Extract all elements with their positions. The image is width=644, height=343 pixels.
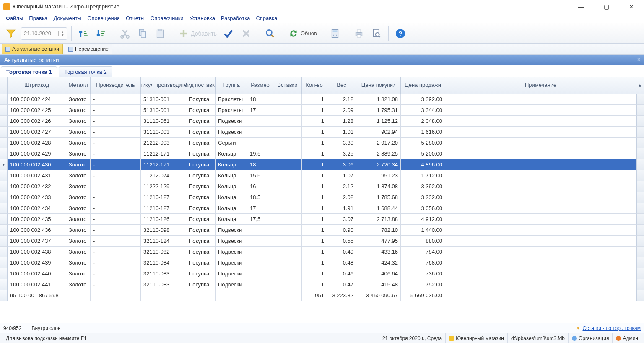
table-cell[interactable] xyxy=(445,279,636,290)
table-cell[interactable]: Покупка xyxy=(186,279,216,290)
table-cell[interactable] xyxy=(247,257,273,268)
table-cell[interactable]: 782.10 xyxy=(356,225,401,236)
search-button[interactable] xyxy=(262,26,278,41)
table-cell[interactable]: 100 000 002 439 xyxy=(8,257,66,268)
table-cell[interactable]: 1 xyxy=(302,116,327,127)
table-cell[interactable]: Кольца xyxy=(216,214,247,225)
table-cell[interactable]: 3 392.00 xyxy=(401,181,445,192)
table-cell[interactable]: 11210-127 xyxy=(141,203,186,214)
table-cell[interactable]: - xyxy=(91,214,141,225)
cut-button[interactable] xyxy=(117,26,132,41)
menu-правка[interactable]: Правка xyxy=(29,15,47,21)
table-cell[interactable] xyxy=(445,181,636,192)
menu-установка[interactable]: Установка xyxy=(190,15,215,21)
menu-справка[interactable]: Справка xyxy=(256,15,277,21)
table-cell[interactable] xyxy=(247,268,273,279)
table-cell[interactable]: - xyxy=(91,94,141,105)
table-cell[interactable]: 1 xyxy=(302,94,327,105)
table-cell[interactable]: - xyxy=(91,116,141,127)
table-cell[interactable]: 100 000 002 424 xyxy=(8,94,66,105)
table-cell[interactable]: 31110-003 xyxy=(141,127,186,138)
table-cell[interactable]: Золото xyxy=(66,105,91,116)
table-cell[interactable]: - xyxy=(91,192,141,203)
table-cell[interactable]: 2 048.00 xyxy=(401,116,445,127)
table-cell[interactable]: 784.00 xyxy=(401,247,445,257)
table-cell[interactable]: Подвески xyxy=(216,116,247,127)
table-cell[interactable]: Подвески xyxy=(216,247,247,257)
table-cell[interactable]: 100 000 002 433 xyxy=(8,192,66,203)
table-cell[interactable]: Золото xyxy=(66,214,91,225)
table-cell[interactable]: Кольца xyxy=(216,148,247,159)
add-button[interactable]: Добавить xyxy=(177,26,218,41)
table-cell[interactable] xyxy=(445,236,636,247)
table-cell[interactable]: 21212-003 xyxy=(141,138,186,148)
column-header[interactable]: Группа xyxy=(216,77,247,94)
table-cell[interactable]: Покупка xyxy=(186,138,216,148)
table-cell[interactable]: 2 720.34 xyxy=(356,159,401,170)
column-header[interactable]: Штрихкод xyxy=(8,77,66,94)
date-picker[interactable]: 21.10.2020 ▲▼ xyxy=(21,27,67,40)
menu-оповещения[interactable]: Оповещения xyxy=(87,15,120,21)
table-cell[interactable]: Подвески xyxy=(216,236,247,247)
table-cell[interactable]: 1 xyxy=(302,247,327,257)
paste-button[interactable] xyxy=(153,26,168,41)
table-cell[interactable]: Браслеты xyxy=(216,105,247,116)
table-cell[interactable]: 11212-171 xyxy=(141,159,186,170)
table-cell[interactable] xyxy=(273,138,302,148)
table-cell[interactable] xyxy=(247,236,273,247)
table-cell[interactable]: 3.30 xyxy=(327,138,356,148)
table-cell[interactable]: - xyxy=(91,225,141,236)
table-cell[interactable]: 100 000 002 431 xyxy=(8,170,66,181)
table-cell[interactable]: Покупка xyxy=(186,159,216,170)
column-header[interactable]: Цена продажи xyxy=(401,77,445,94)
table-cell[interactable]: - xyxy=(91,181,141,192)
table-cell[interactable] xyxy=(273,236,302,247)
table-cell[interactable]: Покупка xyxy=(186,257,216,268)
table-cell[interactable]: 1 xyxy=(302,214,327,225)
table-cell[interactable] xyxy=(445,116,636,127)
table-cell[interactable] xyxy=(445,214,636,225)
table-cell[interactable] xyxy=(273,159,302,170)
table-cell[interactable] xyxy=(445,127,636,138)
table-cell[interactable]: Золото xyxy=(66,159,91,170)
table-cell[interactable] xyxy=(273,279,302,290)
table-cell[interactable]: Золото xyxy=(66,257,91,268)
table-cell[interactable]: 1 xyxy=(302,105,327,116)
table-cell[interactable] xyxy=(445,247,636,257)
table-cell[interactable]: Золото xyxy=(66,94,91,105)
table-cell[interactable]: 32110-084 xyxy=(141,257,186,268)
table-cell[interactable]: 902.94 xyxy=(356,127,401,138)
table-cell[interactable]: 406.64 xyxy=(356,268,401,279)
table-cell[interactable] xyxy=(273,257,302,268)
table-cell[interactable]: Кольца xyxy=(216,170,247,181)
table-cell[interactable] xyxy=(273,247,302,257)
table-cell[interactable]: 18 xyxy=(247,159,273,170)
table-cell[interactable]: 100 000 002 429 xyxy=(8,148,66,159)
delete-button[interactable] xyxy=(239,26,254,41)
table-cell[interactable]: 15,5 xyxy=(247,170,273,181)
table-cell[interactable]: 3.25 xyxy=(327,148,356,159)
table-cell[interactable]: 19,5 xyxy=(247,148,273,159)
table-cell[interactable]: Золото xyxy=(66,279,91,290)
table-cell[interactable]: 1 616.00 xyxy=(401,127,445,138)
table-cell[interactable]: 768.00 xyxy=(401,257,445,268)
table-cell[interactable]: - xyxy=(91,268,141,279)
table-cell[interactable]: 1 xyxy=(302,236,327,247)
table-cell[interactable]: Золото xyxy=(66,127,91,138)
table-cell[interactable]: Покупка xyxy=(186,192,216,203)
table-cell[interactable]: 1 xyxy=(302,159,327,170)
table-cell[interactable]: Покупка xyxy=(186,181,216,192)
table-cell[interactable]: - xyxy=(91,279,141,290)
table-cell[interactable]: 100 000 002 441 xyxy=(8,279,66,290)
table-cell[interactable]: 3 392.00 xyxy=(401,94,445,105)
table-cell[interactable]: 2.09 xyxy=(327,105,356,116)
table-cell[interactable]: 32110-082 xyxy=(141,247,186,257)
table-cell[interactable]: 3 056.00 xyxy=(401,203,445,214)
table-cell[interactable]: 1.28 xyxy=(327,116,356,127)
table-cell[interactable]: 11212-074 xyxy=(141,170,186,181)
column-header[interactable]: Производитель xyxy=(91,77,141,94)
table-cell[interactable] xyxy=(273,203,302,214)
table-cell[interactable]: 433.16 xyxy=(356,247,401,257)
sort-desc-button[interactable] xyxy=(93,26,109,41)
table-cell[interactable]: - xyxy=(91,247,141,257)
